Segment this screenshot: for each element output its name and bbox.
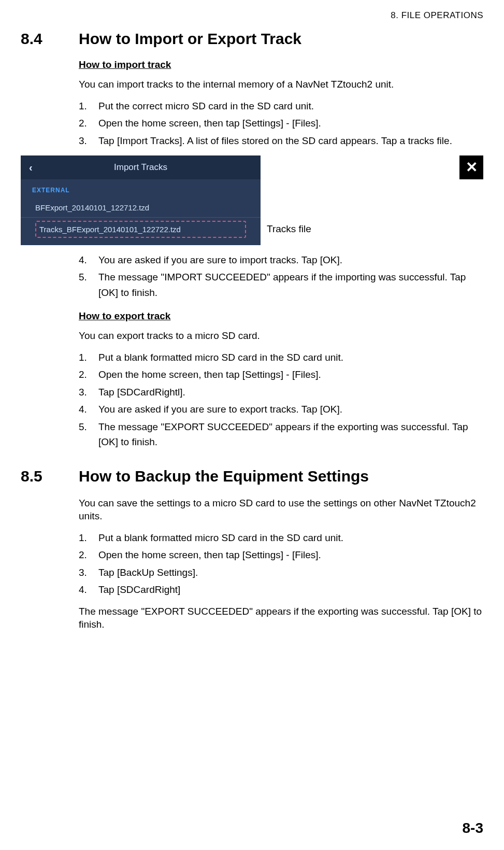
list-item: Open the home screen, then tap [Settings… [79,547,483,562]
back-icon[interactable]: ‹ [29,161,33,173]
section-heading-84: 8.4 How to Import or Export Track [21,30,483,48]
import-steps-b: You are asked if you are sure to import … [79,252,483,300]
backup-steps: Put a blank formatted micro SD card in t… [79,530,483,598]
import-tracks-figure: ‹ Import Tracks EXTERNAL BFExport_201401… [21,155,483,245]
list-item: The message "EXPORT SUCCEEDED" appears i… [79,419,483,450]
list-item: Put a blank formatted micro SD card in t… [79,530,483,545]
export-steps: Put a blank formatted micro SD card in t… [79,350,483,450]
list-item: Tap [BackUp Settings]. [79,565,483,580]
list-item: Tap [Import Tracks]. A list of files sto… [79,133,483,148]
file-row[interactable]: BFExport_20140101_122712.tzd [21,198,261,218]
list-item: Tap [SDCardRight] [79,582,483,597]
list-item: Put a blank formatted micro SD card in t… [79,350,483,365]
file-row-tracks[interactable]: Tracks_BFExport_20140101_122722.tzd [35,221,246,238]
paragraph: The message "EXPORT SUCCEEDED" appears i… [79,605,483,631]
callout-label: Tracks file [267,223,483,235]
section-number: 8.5 [21,468,79,485]
list-item: The message "IMPORT SUCCEEDED" appears i… [79,270,483,300]
paragraph: You can save the settings to a micro SD … [79,497,483,523]
chapter-header: 8. FILE OPERATIONS [21,10,483,21]
section-number: 8.4 [21,30,79,48]
list-item: You are asked if you are sure to export … [79,402,483,417]
section-title: How to Backup the Equipment Settings [79,468,369,485]
paragraph: You can import tracks to the internal me… [79,78,483,91]
paragraph: You can export tracks to a micro SD card… [79,329,483,343]
list-item: Open the home screen, then tap [Settings… [79,367,483,382]
list-item: You are asked if you are sure to import … [79,252,483,267]
subhead-import: How to import track [79,59,483,70]
window-title: Import Tracks [114,162,167,173]
list-item: Open the home screen, then tap [Settings… [79,116,483,131]
window-titlebar: ‹ Import Tracks [21,155,261,179]
list-item: Tap [SDCardRightl]. [79,385,483,400]
import-tracks-window: ‹ Import Tracks EXTERNAL BFExport_201401… [21,155,261,245]
section-title: How to Import or Export Track [79,30,301,48]
subhead-export: How to export track [79,310,483,322]
section-heading-85: 8.5 How to Backup the Equipment Settings [21,468,483,485]
list-item: Put the correct micro SD card in the SD … [79,98,483,114]
close-icon[interactable]: ✕ [459,155,483,179]
page-number: 8-3 [463,820,483,837]
import-steps-a: Put the correct micro SD card in the SD … [79,98,483,148]
storage-section-label: EXTERNAL [21,179,261,198]
